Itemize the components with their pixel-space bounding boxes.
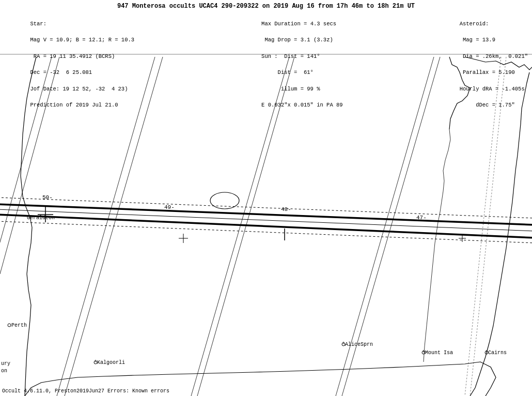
hourly-dra: Hourly dRA = -1.405s (460, 86, 525, 92)
star-jof: Jof Date: 19 12 52, -32 4 23) (30, 86, 128, 92)
city-label-on: on (1, 368, 7, 374)
city-label-perth: Perth (11, 323, 27, 328)
footer-text: Occult 4.6.11.0, Preston2019Jun27 Errors… (2, 388, 169, 394)
asteroid-label: Asteroid: (460, 21, 489, 27)
path-dot-lower (0, 221, 532, 243)
main-container: 50- 49- 48- 47- Geraldton Perth °Kalgoor… (0, 0, 532, 396)
city-perth-marker (8, 324, 11, 327)
path-lower (0, 215, 532, 238)
asteroid-mag: Mag = 13.9 (460, 37, 495, 43)
event-col: Max Duration = 4.3 secs Mag Drop = 3.1 (… (236, 12, 343, 118)
asteroid-dia: Dia = .26km, 0.021" (460, 53, 528, 59)
hourly-ddec: dDec = 1.75" (460, 102, 515, 108)
city-label-mountisa: °Mount Isa (422, 350, 453, 356)
lat-label-49: 49- (164, 204, 175, 210)
path-upper (0, 204, 532, 225)
header-info: 947 Monterosa occults UCAC4 290-209322 o… (0, 1, 532, 119)
city-label-alicesprn: °AliceSprn (342, 342, 373, 347)
moon-illum: illum = 99 % (261, 86, 320, 92)
path-center (0, 209, 532, 231)
lat-label-48: 48- (281, 206, 291, 212)
sun-dist2: Dist = 61° (261, 69, 314, 75)
star-ra: RA = 19 11 35.4912 (BCRS) (30, 53, 115, 59)
city-label-geraldton: Geraldton (27, 215, 55, 221)
lat-label-47: 47- (416, 215, 427, 221)
city-label-ury: ury (1, 361, 10, 367)
coast-east (470, 72, 529, 396)
info-columns: Star: Mag V = 10.9; B = 12.1; R = 10.3 R… (2, 12, 530, 118)
title-line: 947 Monterosa occults UCAC4 290-209322 o… (2, 2, 530, 11)
sun-info: Sun : Dist = 141° (261, 53, 320, 59)
asteroid-parallax: Parallax = 5.190 (460, 69, 515, 75)
city-label-cairns: °Cairns (485, 350, 507, 356)
star-col: Star: Mag V = 10.9; B = 12.1; R = 10.3 R… (4, 12, 134, 118)
star-prediction: Prediction of 2019 Jul 21.0 (30, 102, 118, 108)
inland-line-1 (424, 129, 450, 362)
max-dur: Max Duration = 4.3 secs (261, 21, 336, 27)
star-dec: Dec = -32 6 25.081 (30, 69, 92, 75)
mag-drop: Mag Drop = 3.1 (3.3z) (261, 37, 333, 43)
city-label-kalgoorli: °Kalgoorli (94, 360, 125, 365)
star-label: Star: (30, 21, 46, 27)
e-line: E 0.032"x 0.015" in PA 89 (261, 102, 343, 108)
star-mag: Mag V = 10.9; B = 12.1; R = 10.3 (30, 37, 134, 43)
lat-label-50: 50- (42, 194, 53, 201)
asteroid-col: Asteroid: Mag = 13.9 Dia = .26km, 0.021"… (433, 12, 528, 118)
